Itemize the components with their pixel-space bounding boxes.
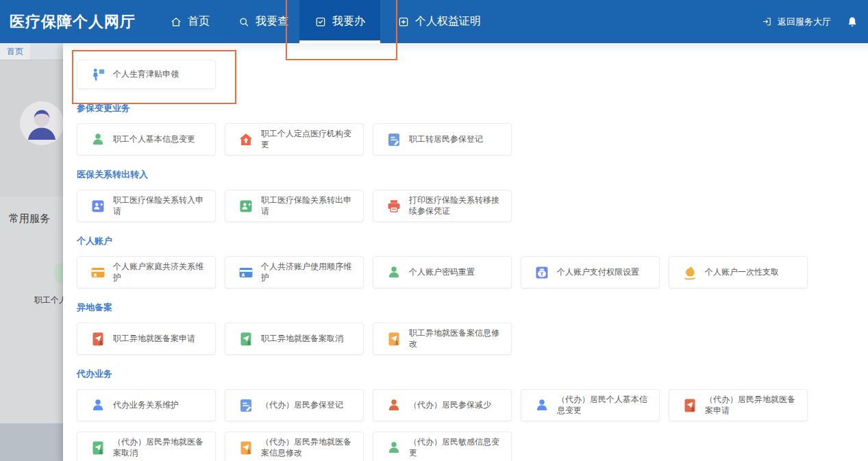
service-card[interactable]: （代办）居民异地就医备案取消 [77, 432, 216, 461]
card-row: 个人生育津贴申领 [77, 60, 858, 89]
service-card-label: 职工个人基本信息变更 [113, 134, 195, 145]
service-card-label: （代办）居民异地就医备案信息修改 [261, 437, 359, 458]
service-card[interactable]: 职工异地就医备案申请 [77, 323, 216, 355]
nav-item-label: 我要查 [256, 14, 288, 29]
return-hall-label: 返回服务大厅 [778, 16, 831, 28]
service-card-label: （代办）居民异地就医备案申请 [705, 395, 803, 416]
certificate-icon [397, 16, 410, 28]
mega-menu-panel: 个人生育津贴申领参保变更业务职工个人基本信息变更职工个人定点医疗机构变更职工转居… [63, 43, 868, 461]
service-card[interactable]: 个人账户家庭共济关系维护 [77, 256, 216, 288]
service-card-label: 个人共济账户使用顺序维护 [261, 262, 359, 283]
doc-plane-icon [682, 397, 698, 414]
badge-person-icon [238, 198, 254, 214]
service-card-label: （代办）居民异地就医备案取消 [113, 437, 211, 458]
nav-item-label: 我要办 [332, 14, 365, 29]
service-card-label: 打印医疗保险关系转移接续参保凭证 [409, 195, 507, 216]
service-card[interactable]: 个人账户支付权限设置 [521, 256, 660, 288]
service-card[interactable]: 个人账户密码重置 [373, 256, 512, 288]
service-label-partial: 职工个人 [34, 295, 67, 306]
service-card[interactable]: 代办业务关系维护 [77, 389, 216, 421]
service-card[interactable]: 职工医疗保险关系转入申请 [77, 190, 216, 222]
service-card[interactable]: 个人生育津贴申领 [77, 60, 216, 89]
section-title: 代办业务 [77, 368, 858, 380]
service-card[interactable]: 职工个人定点医疗机构变更 [225, 123, 364, 155]
doc-plane-icon [90, 331, 106, 347]
service-card-label: （代办）居民个人基本信息变更 [557, 395, 655, 416]
service-card[interactable]: 职工异地就医备案取消 [225, 323, 364, 355]
person-icon [386, 397, 402, 414]
return-hall-button[interactable]: 返回服务大厅 [762, 16, 831, 28]
doc-lines-icon [386, 132, 402, 148]
service-card-label: 职工医疗保险关系转出申请 [261, 195, 359, 216]
service-card-label: 职工个人定点医疗机构变更 [261, 129, 359, 150]
service-card-label: 个人账户密码重置 [409, 267, 475, 278]
service-card-label: 个人生育津贴申领 [113, 69, 179, 80]
service-card[interactable]: （代办）居民个人基本信息变更 [521, 389, 660, 421]
person-icon [386, 264, 402, 281]
service-card-label: （代办）居民参保减少 [409, 400, 491, 411]
service-card-label: 职工异地就医备案取消 [261, 334, 343, 345]
app-title: 医疗保障个人网厅 [10, 0, 136, 43]
doc-plane-icon [386, 331, 402, 347]
section-title: 参保变更业务 [77, 102, 858, 114]
service-card[interactable]: 个人共济账户使用顺序维护 [225, 256, 364, 288]
exit-icon [762, 16, 772, 27]
nav-item-certificate[interactable]: 个人权益证明 [397, 0, 481, 43]
service-card[interactable]: 职工个人基本信息变更 [77, 123, 216, 155]
person-icon [534, 397, 550, 414]
nav-item-tasks[interactable]: 我要办 [299, 0, 380, 43]
avatar [20, 101, 64, 145]
doc-plane-icon [90, 440, 106, 456]
service-card[interactable]: （代办）居民参保减少 [373, 389, 512, 421]
service-card-label: 个人账户一次性支取 [705, 267, 779, 278]
person-icon [386, 440, 402, 456]
service-card[interactable]: （代办）居民异地就医备案信息修改 [225, 432, 364, 461]
bag-square-icon [534, 264, 550, 281]
hand-bag-icon [682, 264, 698, 281]
service-card[interactable]: 打印医疗保险关系转移接续参保凭证 [373, 190, 512, 222]
card-row: 职工个人基本信息变更职工个人定点医疗机构变更职工转居民参保登记 [77, 123, 858, 155]
printer-icon [386, 198, 402, 214]
service-card[interactable]: 职工医疗保险关系转出申请 [225, 190, 364, 222]
service-menu: 个人生育津贴申领参保变更业务职工个人基本信息变更职工个人定点医疗机构变更职工转居… [77, 60, 858, 461]
nav-right: 返回服务大厅 [762, 0, 858, 43]
person-icon [90, 397, 106, 414]
service-card-label: 职工异地就医备案申请 [113, 334, 195, 345]
nav-item-search[interactable]: 我要查 [238, 0, 288, 43]
service-card-label: （代办）居民敏感信息变更 [409, 437, 507, 458]
card-row: 个人账户家庭共济关系维护个人共济账户使用顺序维护个人账户密码重置个人账户支付权限… [77, 256, 858, 288]
doc-lines-icon [238, 397, 254, 414]
badge-person-icon [90, 198, 106, 214]
service-card-label: 个人账户支付权限设置 [557, 267, 639, 278]
card-row: 职工异地就医备案申请职工异地就医备案取消职工异地就医备案信息修改 [77, 323, 858, 355]
section-title: 个人账户 [77, 235, 858, 247]
service-card-label: 职工异地就医备案信息修改 [409, 328, 507, 349]
home-icon [170, 16, 182, 28]
service-card-label: 职工转居民参保登记 [409, 134, 483, 145]
top-nav: 医疗保障个人网厅 首页我要查我要办个人权益证明 返回服务大厅 [0, 0, 868, 43]
card-row: 职工医疗保险关系转入申请职工医疗保险关系转出申请打印医疗保险关系转移接续参保凭证 [77, 190, 858, 222]
card-icon [238, 264, 254, 281]
section-title: 异地备案 [77, 301, 858, 314]
card-row: 代办业务关系维护（代办）居民参保登记（代办）居民参保减少（代办）居民个人基本信息… [77, 389, 858, 461]
service-card[interactable]: 个人账户一次性支取 [669, 256, 808, 288]
app-window: 首页 常用服务 职工个人 个人生育津贴申领参保变更业务职工个人基本信息变更职工个… [0, 0, 868, 461]
service-card[interactable]: （代办）居民敏感信息变更 [373, 432, 512, 461]
bell-icon[interactable] [846, 16, 858, 28]
section-title: 医保关系转出转入 [77, 169, 858, 181]
tasks-icon [314, 16, 327, 28]
service-card[interactable]: （代办）居民参保登记 [225, 389, 364, 421]
maternity-icon [90, 66, 106, 83]
service-card[interactable]: 职工转居民参保登记 [373, 123, 512, 155]
nav-item-label: 个人权益证明 [415, 14, 481, 29]
service-card[interactable]: （代办）居民异地就医备案申请 [669, 389, 808, 421]
service-card-label: 个人账户家庭共济关系维护 [113, 262, 211, 283]
doc-plane-icon [238, 331, 254, 347]
search-icon [238, 16, 250, 28]
nav-item-home[interactable]: 首页 [170, 0, 210, 43]
service-card[interactable]: 职工异地就医备案信息修改 [373, 323, 512, 355]
doc-plane-icon [238, 440, 254, 456]
card-icon [90, 264, 106, 281]
common-services-title: 常用服务 [9, 212, 50, 225]
tab-home[interactable]: 首页 [0, 43, 30, 60]
